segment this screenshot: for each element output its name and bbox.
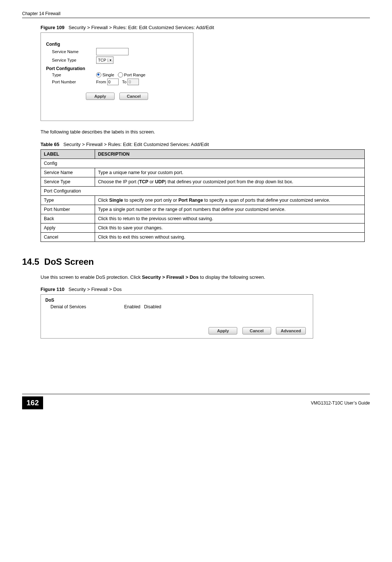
figure110-caption-prefix: Figure 110 <box>41 287 64 292</box>
t: Security > Firewall > Dos <box>142 274 199 280</box>
table-row: Config <box>41 159 365 168</box>
cell-desc: Type a unique name for your custom port. <box>95 168 365 177</box>
cell-desc: Choose the IP port (TCP or UDP) that def… <box>95 177 365 186</box>
t: Click <box>98 198 109 203</box>
t: TCP <box>139 179 148 184</box>
dos-disabled-label: Disabled <box>144 304 161 309</box>
table-row: Cancel Click this to exit this screen wi… <box>41 232 365 242</box>
type-single-radio[interactable] <box>96 72 101 77</box>
cell-portconfig: Port Configuration <box>41 186 365 195</box>
figure110-caption: Figure 110 Security > Firewall > Dos <box>41 287 370 292</box>
figure110-screenshot: DoS Denial of Services Enabled Disabled … <box>41 294 313 339</box>
figure109-screenshot: Config Service Name Service Type TCP ▼ P… <box>41 32 193 121</box>
advanced-button[interactable]: Advanced <box>276 327 306 334</box>
cell-config: Config <box>41 159 365 168</box>
cell-label: Port Number <box>41 205 95 214</box>
table65-caption-text: Security > Firewall > Rules: Edit: Edit … <box>63 142 209 147</box>
to-label: To <box>122 80 126 84</box>
figure110-caption-text: Security > Firewall > Dos <box>69 287 122 292</box>
t: UDP <box>155 179 165 184</box>
cell-desc: Click this to return to the previous scr… <box>95 214 365 223</box>
type-label: Type <box>46 73 96 77</box>
table65-caption: Table 65 Security > Firewall > Rules: Ed… <box>41 142 370 147</box>
guide-title: VMG1312-T10C User’s Guide <box>311 400 370 406</box>
table-row: Port Configuration <box>41 186 365 195</box>
chapter-title: Chapter 14 Firewall <box>22 11 60 16</box>
apply-button[interactable]: Apply <box>86 93 115 100</box>
service-name-input[interactable] <box>96 48 129 55</box>
dos-enabled-label: Enabled <box>124 304 140 309</box>
t: Use this screen to enable DoS protection… <box>41 274 142 280</box>
cell-label: Type <box>41 195 95 205</box>
port-from-input[interactable] <box>107 79 119 85</box>
table-row: Service Name Type a unique name for your… <box>41 168 365 177</box>
service-type-value: TCP <box>97 58 108 62</box>
t: Port Range <box>178 198 203 203</box>
cell-desc: Type a single port number or the range o… <box>95 205 365 214</box>
col-label: LABEL <box>41 149 95 159</box>
t: or <box>148 179 155 184</box>
section-para: Use this screen to enable DoS protection… <box>41 274 370 281</box>
service-type-label: Service Type <box>46 58 96 62</box>
denial-label: Denial of Services <box>45 304 124 309</box>
cell-label: Service Name <box>41 168 95 177</box>
figure109-caption: Figure 109 Security > Firewall > Rules: … <box>41 25 370 30</box>
t: ) that defines your customized port from… <box>165 179 293 184</box>
t: Single <box>109 198 123 203</box>
page-footer: 162 VMG1312-T10C User’s Guide <box>22 394 370 409</box>
cancel-button[interactable]: Cancel <box>242 327 271 334</box>
table-header-row: LABEL DESCRIPTION <box>41 149 365 159</box>
cell-desc: Click Single to specify one port only or… <box>95 195 365 205</box>
config-section-label: Config <box>46 42 188 47</box>
cell-label: Service Type <box>41 177 95 186</box>
table-row: Type Click Single to specify one port on… <box>41 195 365 205</box>
section-title: DoS Screen <box>44 257 94 267</box>
cell-label: Cancel <box>41 232 95 242</box>
cancel-button[interactable]: Cancel <box>119 93 148 100</box>
section-number: 14.5 <box>22 257 39 267</box>
t: Choose the IP port ( <box>98 179 139 184</box>
page-number: 162 <box>22 396 43 409</box>
figure109-caption-prefix: Figure 109 <box>41 25 64 30</box>
port-number-label: Port Number <box>46 80 96 84</box>
t: to display the following screen. <box>199 274 265 280</box>
section-heading: 14.5 DoS Screen <box>22 257 370 267</box>
table-row: Apply Click this to save your changes. <box>41 223 365 232</box>
type-range-label: Port Range <box>124 73 146 77</box>
type-single-label: Single <box>102 73 114 77</box>
cell-desc: Click this to exit this screen without s… <box>95 232 365 242</box>
apply-button[interactable]: Apply <box>209 327 237 334</box>
from-label: From <box>96 80 106 84</box>
type-range-radio[interactable] <box>118 72 123 77</box>
table-row: Port Number Type a single port number or… <box>41 205 365 214</box>
table65: LABEL DESCRIPTION Config Service Name Ty… <box>41 149 365 242</box>
cell-desc: Click this to save your changes. <box>95 223 365 232</box>
port-config-section-label: Port Configuration <box>46 66 188 71</box>
cell-label: Back <box>41 214 95 223</box>
t: to specify one port only or <box>123 198 178 203</box>
figure109-caption-text: Security > Firewall > Rules: Edit: Edit … <box>69 25 214 30</box>
cell-label: Apply <box>41 223 95 232</box>
col-desc: DESCRIPTION <box>95 149 365 159</box>
dos-section-label: DoS <box>45 298 308 303</box>
service-name-label: Service Name <box>46 49 96 54</box>
port-to-input[interactable] <box>127 79 139 85</box>
chapter-header: Chapter 14 Firewall <box>22 11 370 18</box>
chevron-down-icon: ▼ <box>108 59 113 62</box>
service-type-select[interactable]: TCP ▼ <box>96 56 113 64</box>
table-intro-text: The following table describes the labels… <box>41 128 370 136</box>
t: to specify a span of ports that define y… <box>203 198 330 203</box>
table-row: Back Click this to return to the previou… <box>41 214 365 223</box>
table65-caption-prefix: Table 65 <box>41 142 59 147</box>
table-row: Service Type Choose the IP port (TCP or … <box>41 177 365 186</box>
